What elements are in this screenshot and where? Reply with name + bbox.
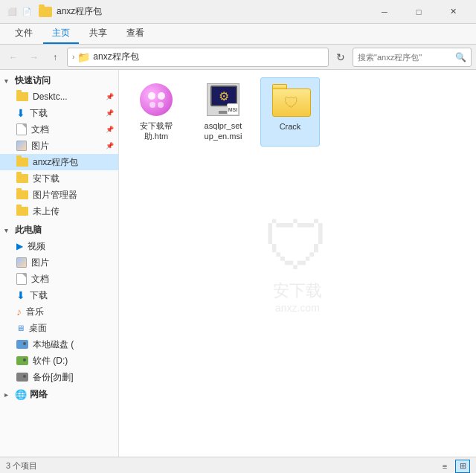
search-input[interactable]: [358, 53, 455, 62]
sidebar-item-imgmgr[interactable]: 图片管理器: [0, 187, 118, 203]
quick-access-section: ▾ 快速访问 Desktc... 📌 ⬇ 下载 📌 文档 📌 图片: [0, 73, 118, 219]
address-path[interactable]: › 📁 anxz程序包: [67, 48, 329, 67]
this-pc-chevron: ▾: [4, 227, 12, 234]
file-item-msi[interactable]: ⚙ MSI asqlpr_setup_en.msi: [193, 77, 253, 147]
window-title: anxz程序包: [57, 5, 367, 18]
file-item-htm[interactable]: 安下载帮助.htm: [126, 77, 186, 147]
sidebar-item-pictures[interactable]: 图片 📌: [0, 138, 118, 154]
watermark-text: 安下载: [264, 280, 331, 302]
files-grid: 安下载帮助.htm ⚙ MSI asqlpr_setup_en.msi: [126, 77, 469, 147]
tab-view[interactable]: 查看: [118, 24, 153, 44]
crack-folder-container: 🛡: [272, 84, 308, 117]
tab-home[interactable]: 主页: [43, 24, 79, 44]
sidebar-item-imgmgr-label: 图片管理器: [33, 189, 77, 202]
network-header[interactable]: ▸ 🌐 网络: [0, 387, 118, 402]
watermark-url: anxz.com: [264, 302, 331, 314]
crack-folder-shield: 🛡: [284, 94, 299, 112]
sidebar-item-unuploaded[interactable]: 未上传: [0, 203, 118, 219]
doc-icon: [16, 123, 27, 135]
main-layout: ▾ 快速访问 Desktc... 📌 ⬇ 下载 📌 文档 📌 图片: [0, 70, 476, 457]
htm-dot-4: [158, 102, 164, 108]
file-label-crack: Crack: [280, 121, 301, 132]
music-icon: ♪: [16, 306, 22, 318]
sidebar-item-pc-docs-label: 文档: [31, 273, 49, 286]
file-item-crack[interactable]: 🛡 Crack: [260, 77, 320, 147]
refresh-button[interactable]: ↻: [332, 48, 350, 66]
sidebar-item-pc-pictures-label: 图片: [31, 257, 49, 269]
htm-dots-row1: [148, 92, 165, 100]
view-buttons: ≡ ⊞: [437, 460, 470, 473]
file-icon-crack: 🛡: [272, 83, 308, 118]
unuploaded-folder-icon: [16, 207, 28, 216]
sidebar-item-backup[interactable]: 备份[勿删]: [0, 369, 118, 385]
sidebar-item-software[interactable]: 软件 (D:): [0, 353, 118, 369]
sidebar-item-video[interactable]: ▶ 视频: [0, 238, 118, 254]
details-view-button[interactable]: ≡: [437, 460, 452, 473]
watermark: 🛡 安下载 anxz.com: [264, 213, 331, 314]
window-icon-2: 📄: [21, 6, 33, 18]
status-bar: 3 个项目 ≡ ⊞: [0, 457, 476, 473]
sidebar-item-downloads[interactable]: ⬇ 下载 📌: [0, 105, 118, 121]
sidebar-item-music[interactable]: ♪ 音乐: [0, 303, 118, 320]
close-button[interactable]: ✕: [436, 0, 470, 24]
quick-access-chevron: ▾: [4, 77, 12, 85]
network-section: ▸ 🌐 网络: [0, 387, 118, 402]
ribbon: 文件 主页 共享 查看: [0, 24, 476, 45]
search-icon: 🔍: [455, 52, 466, 62]
file-icon-htm: [138, 82, 174, 118]
maximize-button[interactable]: □: [402, 0, 436, 24]
address-bar: ← → ↑ › 📁 anxz程序包 ↻ 🔍: [0, 45, 476, 70]
sidebar-item-docs-label: 文档: [31, 123, 49, 136]
address-path-text: anxz程序包: [93, 51, 138, 63]
sidebar-item-pc-docs[interactable]: 文档: [0, 271, 118, 287]
sidebar-item-backup-label: 备份[勿删]: [33, 371, 74, 384]
imgmgr-folder-icon: [16, 190, 28, 199]
tiles-view-button[interactable]: ⊞: [455, 460, 470, 473]
htm-dot-2: [158, 92, 165, 100]
sidebar-item-video-label: 视频: [28, 240, 45, 253]
address-chevron: ›: [72, 53, 74, 61]
window-controls: ─ □ ✕: [367, 0, 470, 24]
sidebar-item-unuploaded-label: 未上传: [33, 205, 60, 218]
desktop-icon: 🖥: [16, 324, 25, 332]
watermark-shield-icon: 🛡: [264, 213, 331, 280]
sidebar-item-music-label: 音乐: [26, 306, 44, 318]
sidebar-item-pictures-label: 图片: [31, 140, 49, 152]
sidebar-item-pc-downloads-label: 下载: [30, 289, 48, 302]
minimize-button[interactable]: ─: [367, 0, 402, 24]
sidebar-item-docs[interactable]: 文档 📌: [0, 121, 118, 138]
sidebar-item-desktop2-label: 桌面: [29, 322, 47, 335]
htm-circle-icon: [140, 83, 173, 116]
backup-disk-icon: [16, 373, 28, 382]
sidebar-item-pc-downloads[interactable]: ⬇ 下载: [0, 287, 118, 303]
htm-dot-1: [148, 92, 155, 100]
sidebar-item-local-disk-label: 本地磁盘 (: [33, 338, 74, 351]
network-label: 网络: [30, 388, 48, 401]
address-folder-icon: 📁: [77, 51, 90, 63]
crack-folder-body: 🛡: [272, 89, 311, 117]
sidebar-item-anzai[interactable]: 安下载: [0, 170, 118, 187]
sidebar-item-anxz[interactable]: anxz程序包: [0, 154, 118, 170]
file-icon-msi: ⚙ MSI: [205, 82, 241, 118]
tab-share[interactable]: 共享: [80, 24, 116, 44]
sidebar-item-local-disk[interactable]: 本地磁盘 (: [0, 336, 118, 353]
pin-icon: 📌: [106, 93, 114, 100]
up-button[interactable]: ↑: [46, 48, 64, 66]
msi-badge: MSI: [227, 103, 239, 115]
back-button[interactable]: ←: [4, 48, 22, 66]
window-icon-1: ⬜: [6, 6, 18, 18]
network-icon: 🌐: [15, 389, 27, 400]
sidebar-item-desktop[interactable]: Desktc... 📌: [0, 89, 118, 105]
quick-access-header[interactable]: ▾ 快速访问: [0, 73, 118, 89]
search-box[interactable]: 🔍: [353, 48, 472, 67]
content-area: 🛡 安下载 anxz.com: [119, 70, 476, 457]
this-pc-header[interactable]: ▾ 此电脑: [0, 222, 118, 238]
file-label-msi: asqlpr_setup_en.msi: [205, 120, 242, 142]
sidebar-item-desktop2[interactable]: 🖥 桌面: [0, 320, 118, 336]
anxz-folder-icon: [16, 158, 28, 167]
forward-button[interactable]: →: [25, 48, 43, 66]
tab-file[interactable]: 文件: [6, 24, 42, 44]
sidebar-item-pc-pictures[interactable]: 图片: [0, 254, 118, 271]
this-pc-section: ▾ 此电脑 ▶ 视频 图片 文档 ⬇ 下载 ♪ 音乐: [0, 222, 118, 385]
local-disk-icon: [16, 340, 28, 349]
